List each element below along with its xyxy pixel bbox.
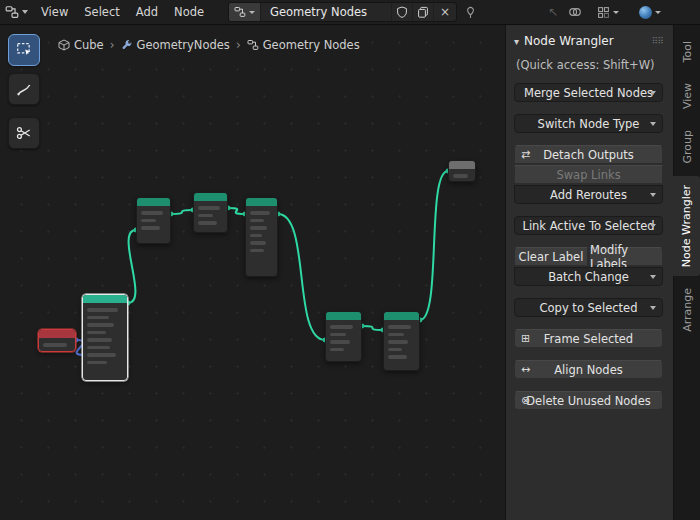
chevron-down-icon — [22, 10, 28, 14]
graph-node[interactable] — [245, 197, 278, 277]
frame-selected-button[interactable]: ⊞Frame Selected — [514, 329, 663, 348]
switch-node-type-label: Switch Node Type — [538, 117, 640, 131]
tab-label: Tool — [681, 41, 694, 62]
node-row — [250, 211, 270, 215]
overlays-icon[interactable] — [568, 5, 582, 19]
new-copy-button[interactable] — [412, 3, 433, 21]
node-canvas[interactable]: Cube › GeometryNodes › Geometry Nodes — [0, 25, 505, 520]
node-row — [87, 323, 114, 327]
sidebar-tabs: ToolViewGroupNode WranglerArrange — [673, 25, 700, 520]
breadcrumb-item-nodetree[interactable]: Geometry Nodes — [247, 38, 360, 52]
panel-collapse-icon[interactable]: ▾ — [514, 36, 519, 47]
tab-label: Arrange — [681, 288, 694, 332]
graph-node[interactable] — [82, 294, 128, 381]
modify-labels-button[interactable]: Modify Labels — [589, 247, 663, 266]
pin-icon — [464, 6, 477, 19]
panel-grip[interactable]: ⠿⠿ — [652, 36, 663, 46]
breadcrumb-item-modifier[interactable]: GeometryNodes — [121, 38, 230, 52]
menu-add[interactable]: Add — [128, 0, 166, 24]
nodetree-icon — [247, 39, 259, 51]
tab-label: Group — [681, 130, 694, 164]
node-row — [388, 355, 407, 359]
pin-button[interactable] — [464, 6, 477, 19]
node-row — [141, 219, 156, 223]
graph-node[interactable] — [325, 311, 362, 362]
detach-icon: ⇄ — [521, 149, 530, 160]
chevron-down-icon — [249, 11, 255, 14]
sidebar-controls: Merge Selected NodesSwitch Node Type⇄Det… — [514, 83, 663, 410]
node-link[interactable] — [171, 210, 193, 214]
node-row — [388, 325, 411, 329]
snapping-dropdown[interactable] — [592, 0, 624, 24]
node-row — [250, 226, 267, 230]
tab-tool[interactable]: Tool — [674, 32, 700, 71]
tool-select-box[interactable] — [8, 34, 40, 66]
toolbar — [8, 34, 40, 149]
graph-node[interactable] — [38, 329, 76, 352]
node-row — [141, 226, 160, 230]
tool-annotate[interactable] — [8, 73, 40, 105]
editor-type-button[interactable] — [0, 0, 33, 24]
tree-name-field[interactable]: Geometry Nodes — [261, 5, 391, 19]
node-row — [330, 340, 350, 344]
link-active-to-selected-menu[interactable]: Link Active To Selected — [514, 216, 663, 235]
swap-links-button[interactable]: Swap Links — [514, 165, 663, 184]
frame-selected-label: Frame Selected — [544, 332, 633, 346]
node-row — [141, 211, 163, 215]
header-right-icons: ↖ — [548, 0, 666, 24]
graph-node[interactable] — [136, 197, 171, 244]
menu-view[interactable]: View — [33, 0, 76, 24]
node-row — [250, 241, 266, 245]
batch-change-menu[interactable]: Batch Change — [514, 267, 663, 286]
clear-label-button[interactable]: Clear Label — [514, 247, 588, 266]
align-nodes-button[interactable]: ↔Align Nodes — [514, 360, 663, 379]
fake-user-button[interactable] — [391, 3, 412, 21]
node-link[interactable] — [228, 208, 245, 214]
node-header — [194, 193, 227, 201]
breadcrumb-label: GeometryNodes — [137, 38, 230, 52]
node-row — [388, 348, 402, 352]
graph-node[interactable] — [193, 192, 228, 233]
breadcrumb-item-object[interactable]: Cube — [58, 38, 104, 52]
shading-sphere-icon — [639, 6, 652, 19]
node-header — [326, 312, 361, 320]
add-reroutes-menu[interactable]: Add Reroutes — [514, 185, 663, 204]
editor-header: View Select Add Node Geometry Nodes × — [0, 0, 700, 25]
detach-outputs-button[interactable]: ⇄Detach Outputs — [514, 145, 663, 164]
node-link[interactable] — [278, 214, 325, 340]
node-link[interactable] — [362, 326, 383, 330]
shading-dropdown[interactable] — [634, 0, 666, 24]
menu-select[interactable]: Select — [76, 0, 127, 24]
merge-selected-nodes-menu[interactable]: Merge Selected Nodes — [514, 83, 663, 102]
quick-access-hint: (Quick access: Shift+W) — [516, 58, 663, 72]
tab-arrange[interactable]: Arrange — [674, 279, 700, 341]
graph-node[interactable] — [448, 160, 476, 182]
breadcrumb-separator: › — [236, 38, 241, 52]
tab-node-wrangler[interactable]: Node Wrangler — [673, 176, 700, 276]
node-row — [250, 249, 264, 253]
node-header — [449, 161, 475, 169]
back-arrow-icon[interactable]: ↖ — [548, 5, 558, 19]
browse-tree-button[interactable] — [229, 3, 261, 21]
node-row — [198, 221, 217, 225]
chevron-down-icon — [650, 224, 656, 228]
panel-title: Node Wrangler — [524, 34, 614, 48]
tab-view[interactable]: View — [674, 74, 700, 118]
node-editor-icon — [5, 5, 19, 19]
switch-node-type-menu[interactable]: Switch Node Type — [514, 114, 663, 133]
node-link[interactable] — [420, 171, 448, 320]
panel-header[interactable]: ▾ Node Wrangler ⠿⠿ — [514, 31, 663, 51]
copy-to-selected-menu[interactable]: Copy to Selected — [514, 298, 663, 317]
tool-links-cut[interactable] — [8, 117, 40, 149]
menu-node[interactable]: Node — [166, 0, 212, 24]
sidebar-panel: ▾ Node Wrangler ⠿⠿ (Quick access: Shift+… — [505, 25, 673, 520]
node-row — [388, 340, 408, 344]
tab-group[interactable]: Group — [674, 121, 700, 173]
node-link[interactable] — [128, 230, 136, 303]
chevron-down-icon — [650, 275, 656, 279]
graph-node[interactable] — [383, 311, 420, 371]
chevron-down-icon — [613, 11, 619, 14]
unlink-button[interactable]: × — [433, 3, 456, 21]
delete-unused-nodes-button[interactable]: ⊗Delete Unused Nodes — [514, 391, 663, 410]
node-row — [43, 343, 67, 347]
